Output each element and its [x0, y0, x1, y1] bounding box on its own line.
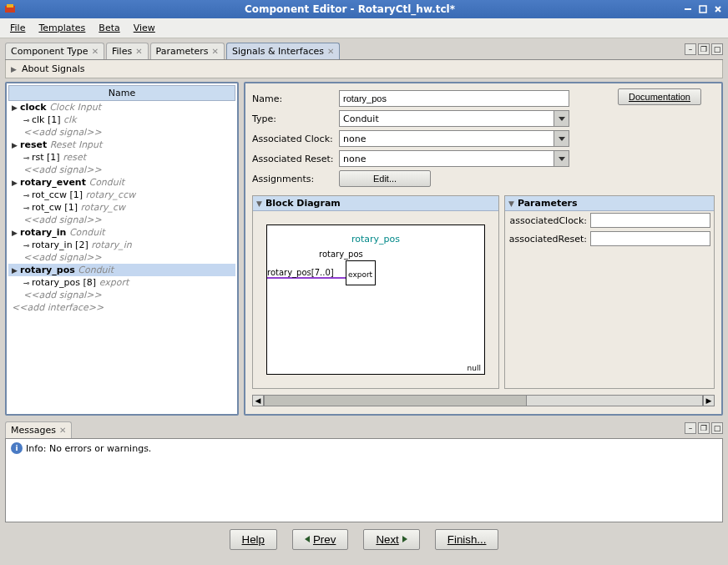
about-label: About Signals: [22, 63, 85, 74]
param-assoc-clock-input[interactable]: [590, 213, 710, 228]
tree-leaf-rot-cw[interactable]: ⊸rot_cw [1] rotary_cw: [8, 201, 235, 214]
assoc-reset-label: Associated Reset:: [252, 154, 339, 164]
tab-messages[interactable]: Messages✕: [5, 421, 72, 438]
block-wire: [267, 277, 346, 279]
tree-leaf-rot-ccw[interactable]: ⊸rot_ccw [1] rotary_ccw: [8, 189, 235, 201]
messages-tabbar: Messages✕ – ❐ □: [5, 421, 723, 439]
tab-label: Files: [112, 46, 132, 57]
menu-beta[interactable]: Beta: [92, 21, 126, 35]
block-diagram-panel: ▼Block Diagram rotary_pos rotary_pos rot…: [252, 195, 499, 389]
block-left-label: rotary_pos[7..0]: [267, 268, 334, 277]
app-icon: [3, 3, 17, 16]
parameters-title[interactable]: ▼Parameters: [505, 196, 714, 211]
scroll-right-icon[interactable]: ▶: [703, 395, 715, 406]
edit-assignments-button[interactable]: Edit...: [339, 170, 431, 187]
menubar: File Templates Beta View: [0, 18, 728, 38]
about-signals-bar[interactable]: ▶ About Signals: [5, 60, 723, 78]
tab-maximize-icon[interactable]: □: [711, 43, 723, 55]
menu-view[interactable]: View: [127, 21, 162, 35]
minimize-button[interactable]: [681, 3, 695, 15]
scroll-track[interactable]: [264, 395, 703, 406]
tree-add-interface[interactable]: <<add interface>>: [8, 301, 235, 314]
messages-panel: i Info: No errors or warnings.: [5, 439, 723, 522]
assoc-clock-select[interactable]: none: [339, 130, 569, 147]
tab-minimize-icon[interactable]: –: [685, 422, 696, 434]
name-input[interactable]: [339, 90, 569, 107]
signals-tree[interactable]: ▶clock Clock Input ⊸clk [1] clk <<add si…: [8, 101, 235, 412]
menu-templates[interactable]: Templates: [32, 21, 92, 35]
type-select[interactable]: Conduit: [339, 110, 569, 127]
tree-leaf-rst[interactable]: ⊸rst [1] reset: [8, 151, 235, 164]
param-assoc-reset-input[interactable]: [590, 231, 710, 246]
scroll-left-icon[interactable]: ◀: [252, 395, 264, 406]
chevron-down-icon: [554, 111, 569, 126]
menu-file[interactable]: File: [3, 21, 32, 35]
tree-add-signal[interactable]: <<add signal>>: [8, 289, 235, 301]
message-row[interactable]: i Info: No errors or warnings.: [11, 442, 717, 454]
tree-leaf-rotary-pos8[interactable]: ⊸rotary_pos [8] export: [8, 276, 235, 289]
chevron-down-icon: [554, 131, 569, 146]
block-diagram-title[interactable]: ▼Block Diagram: [253, 196, 498, 211]
svg-rect-2: [700, 6, 706, 13]
tab-close-icon[interactable]: ✕: [59, 426, 66, 435]
assoc-reset-select[interactable]: none: [339, 150, 569, 167]
tree-node-reset[interactable]: ▶reset Reset Input: [8, 139, 235, 151]
tab-restore-icon[interactable]: ❐: [698, 422, 710, 434]
tab-label: Parameters: [156, 46, 209, 57]
tab-label: Signals & Interfaces: [232, 46, 324, 57]
scroll-thumb[interactable]: [265, 396, 527, 406]
block-top-label: rotary_pos: [319, 250, 363, 259]
tree-leaf-clk[interactable]: ⊸clk [1] clk: [8, 114, 235, 126]
prev-button[interactable]: Prev: [292, 529, 348, 550]
assoc-clock-label: Associated Clock:: [252, 134, 339, 144]
param-assoc-reset-label: associatedReset:: [508, 234, 587, 245]
window-title: Component Editor - RotaryCtl_hw.tcl*: [20, 3, 680, 15]
tab-close-icon[interactable]: ✕: [212, 47, 219, 56]
block-signal-name: rotary_pos: [267, 234, 484, 245]
documentation-button[interactable]: Documentation: [618, 88, 701, 105]
parameters-panel: ▼Parameters associatedClock: associatedR…: [504, 195, 715, 389]
tab-close-icon[interactable]: ✕: [327, 47, 334, 56]
help-button[interactable]: Help: [230, 529, 277, 550]
close-button[interactable]: [711, 3, 725, 15]
tree-add-signal[interactable]: <<add signal>>: [8, 214, 235, 226]
name-label: Name:: [252, 93, 339, 104]
expand-icon: ▶: [11, 65, 17, 73]
tab-maximize-icon[interactable]: □: [711, 422, 723, 434]
param-assoc-clock-label: associatedClock:: [508, 215, 587, 226]
info-icon: i: [11, 442, 23, 454]
tab-files[interactable]: Files✕: [106, 43, 149, 59]
hscrollbar[interactable]: ◀ ▶: [252, 394, 715, 407]
main-tabbar: Component Type✕ Files✕ Parameters✕ Signa…: [5, 42, 723, 60]
block-in-label: export: [348, 270, 372, 279]
tab-restore-icon[interactable]: ❐: [698, 43, 710, 55]
tree-node-clock[interactable]: ▶clock Clock Input: [8, 101, 235, 114]
properties-panel: Documentation Name: Type:Conduit Associa…: [244, 82, 723, 416]
collapse-icon: ▼: [508, 199, 514, 208]
collapse-icon: ▼: [256, 199, 262, 208]
tree-node-rotary-in[interactable]: ▶rotary_in Conduit: [8, 226, 235, 239]
assignments-label: Assignments:: [252, 174, 339, 184]
tab-minimize-icon[interactable]: –: [685, 43, 696, 55]
tab-signals-interfaces[interactable]: Signals & Interfaces✕: [226, 43, 340, 59]
tree-leaf-rotary-in2[interactable]: ⊸rotary_in [2] rotary_in: [8, 239, 235, 251]
tab-label: Component Type: [11, 46, 88, 57]
block-null-label: null: [468, 364, 481, 372]
tab-close-icon[interactable]: ✕: [135, 47, 142, 56]
block-diagram-canvas: rotary_pos rotary_pos rotary_pos[7..0] e…: [266, 224, 485, 375]
tree-add-signal[interactable]: <<add signal>>: [8, 164, 235, 176]
finish-button[interactable]: Finish...: [435, 529, 499, 550]
tree-node-rotary-event[interactable]: ▶rotary_event Conduit: [8, 176, 235, 189]
tree-node-rotary-pos[interactable]: ▶rotary_pos Conduit: [8, 264, 235, 276]
tree-add-signal[interactable]: <<add signal>>: [8, 126, 235, 139]
tab-close-icon[interactable]: ✕: [92, 47, 99, 56]
maximize-button[interactable]: [696, 3, 710, 15]
tab-parameters[interactable]: Parameters✕: [150, 43, 225, 59]
type-label: Type:: [252, 114, 339, 124]
titlebar: Component Editor - RotaryCtl_hw.tcl*: [0, 0, 728, 18]
tab-component-type[interactable]: Component Type✕: [5, 43, 104, 59]
signals-tree-panel: Name ▶clock Clock Input ⊸clk [1] clk <<a…: [5, 82, 239, 416]
svg-rect-1: [7, 4, 13, 8]
tree-add-signal[interactable]: <<add signal>>: [8, 251, 235, 264]
next-button[interactable]: Next: [363, 529, 419, 550]
